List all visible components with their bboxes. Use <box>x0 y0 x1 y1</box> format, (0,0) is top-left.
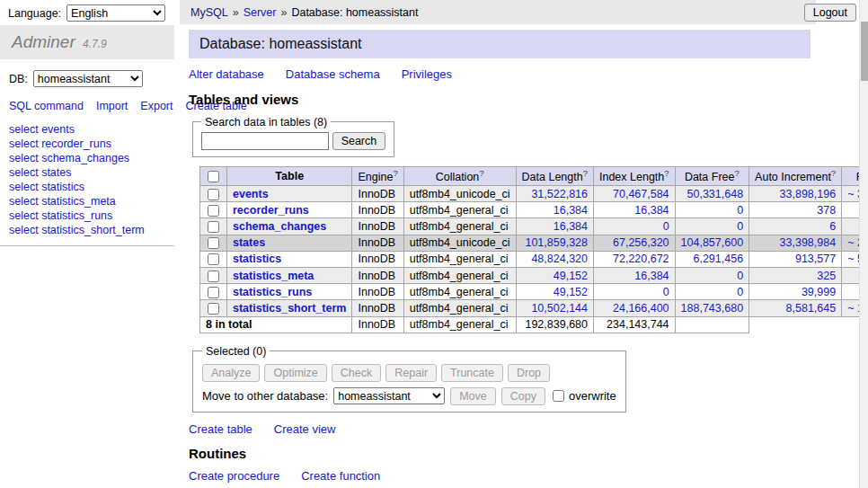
repair-button[interactable]: Repair <box>385 364 437 382</box>
data-free-cell-link[interactable]: 0 <box>737 270 743 282</box>
data-free-cell-link[interactable]: 6,291,456 <box>693 253 743 265</box>
select-all-checkbox[interactable] <box>208 171 219 182</box>
auto-increment-cell-link[interactable]: 33,898,196 <box>780 188 837 200</box>
table-name-link[interactable]: statistics_meta <box>233 270 314 282</box>
data-length-cell-link[interactable]: 101,859,328 <box>525 236 588 249</box>
index-length-cell-link[interactable]: 16,384 <box>634 204 669 217</box>
language-select[interactable]: English <box>66 4 165 22</box>
data-length-cell-link[interactable]: 16,384 <box>554 204 588 217</box>
auto-increment-cell-link[interactable]: 6 <box>829 220 836 233</box>
db-action-link[interactable]: Privileges <box>402 67 452 81</box>
create-link[interactable]: Create table <box>189 422 252 436</box>
create-link[interactable]: Create view <box>274 422 336 436</box>
auto-increment-cell-link[interactable]: 913,577 <box>795 253 836 265</box>
auto-increment-cell-link[interactable]: 325 <box>817 270 836 282</box>
auto-increment-cell-link[interactable]: 33,398,984 <box>780 236 837 249</box>
overwrite-checkbox[interactable] <box>553 390 564 402</box>
auto-increment-cell-link[interactable]: 39,999 <box>802 286 836 298</box>
index-length-cell-link[interactable]: 24,166,400 <box>613 302 669 315</box>
move-db-select[interactable]: homeassistant <box>333 387 445 404</box>
index-length-cell-link[interactable]: 70,467,584 <box>613 188 669 200</box>
column-help-link[interactable]: ? <box>734 168 739 178</box>
data-free-cell-link[interactable]: 50,331,648 <box>687 188 744 200</box>
search-button[interactable]: Search <box>332 132 386 150</box>
data-length-cell-link[interactable]: 31,522,816 <box>531 188 588 200</box>
data-free-cell-link[interactable]: 104,857,600 <box>681 236 744 249</box>
data-length-cell-link[interactable]: 16,384 <box>554 220 588 233</box>
index-length-cell-link[interactable]: 16,384 <box>634 270 669 282</box>
sidebar-table-link[interactable]: select schema_changes <box>9 151 165 165</box>
db-select[interactable]: homeassistant <box>33 70 143 87</box>
index-length-cell-link[interactable]: 0 <box>663 220 669 233</box>
routine-link[interactable]: Create function <box>301 469 380 483</box>
sidebar-table-link[interactable]: select statistics_short_term <box>9 223 165 237</box>
db-action-link[interactable]: Alter database <box>189 67 264 81</box>
row-checkbox[interactable] <box>208 271 219 282</box>
data-free-cell-link[interactable]: 0 <box>737 204 743 217</box>
column-help-link[interactable]: ? <box>479 168 483 178</box>
table-name-link[interactable]: recorder_runs <box>233 204 309 217</box>
optimize-button[interactable]: Optimize <box>264 364 326 382</box>
routine-link[interactable]: Create procedure <box>189 469 279 483</box>
sidebar-action-link[interactable]: SQL command <box>9 100 84 112</box>
table-row: statistics_short_termInnoDButf8mb4_gener… <box>200 300 868 316</box>
sidebar-action-link[interactable]: Export <box>140 100 173 112</box>
table-name-link[interactable]: states <box>233 236 265 249</box>
breadcrumb-link[interactable]: Server <box>244 6 277 19</box>
data-free-cell-link[interactable]: 188,743,680 <box>681 302 744 315</box>
row-checkbox[interactable] <box>208 189 219 200</box>
search-input[interactable] <box>201 132 329 150</box>
scrollbar-thumb[interactable] <box>861 22 868 81</box>
data-length-cell-link[interactable]: 48,824,320 <box>531 253 588 265</box>
data-length-cell-link[interactable]: 49,152 <box>554 270 588 282</box>
breadcrumb-link[interactable]: MySQL <box>190 6 228 19</box>
table-name-link[interactable]: events <box>233 188 269 200</box>
data-free-cell-link[interactable]: 0 <box>737 220 743 233</box>
drop-button[interactable]: Drop <box>508 364 550 382</box>
row-select-cell <box>200 251 227 267</box>
index-length-cell-link[interactable]: 67,256,320 <box>613 236 669 249</box>
column-help-link[interactable]: ? <box>393 168 397 178</box>
column-help-link[interactable]: ? <box>831 168 836 178</box>
check-button[interactable]: Check <box>332 364 381 382</box>
column-help-link[interactable]: ? <box>583 168 588 178</box>
sidebar-table-link[interactable]: select statistics <box>9 180 165 194</box>
column-help-link[interactable]: ? <box>664 168 669 178</box>
auto-increment-cell: 378 <box>749 202 842 218</box>
row-checkbox[interactable] <box>208 237 219 249</box>
row-checkbox[interactable] <box>208 221 219 233</box>
collation-cell: utf8mb4_general_ci <box>403 218 516 235</box>
db-action-link[interactable]: Database schema <box>286 67 380 81</box>
table-name-link[interactable]: statistics <box>233 253 281 265</box>
table-name-link[interactable]: statistics_runs <box>233 286 312 298</box>
scrollbar[interactable] <box>859 0 868 488</box>
data-length-cell-link[interactable]: 10,502,144 <box>531 302 588 315</box>
sidebar-table-link[interactable]: select statistics_meta <box>9 194 165 209</box>
row-checkbox[interactable] <box>208 253 219 265</box>
sidebar-table-link[interactable]: select statistics_runs <box>9 209 165 223</box>
sidebar-action-link[interactable]: Import <box>96 100 128 112</box>
move-button[interactable]: Move <box>450 387 496 405</box>
row-checkbox[interactable] <box>208 303 219 315</box>
sidebar-table-links: select eventsselect recorder_runsselect … <box>0 119 174 246</box>
data-free-cell-link[interactable]: 0 <box>737 286 743 298</box>
table-name-link[interactable]: statistics_short_term <box>233 302 346 315</box>
sidebar-table-link[interactable]: select events <box>9 122 165 137</box>
data-length-cell-link[interactable]: 49,152 <box>554 286 588 298</box>
index-length-cell-link[interactable]: 0 <box>663 286 669 298</box>
sidebar-table-link[interactable]: select recorder_runs <box>9 137 165 151</box>
table-name-link[interactable]: schema_changes <box>233 220 326 233</box>
row-checkbox[interactable] <box>208 287 219 298</box>
table-name-cell: recorder_runs <box>227 202 352 218</box>
auto-increment-cell-link[interactable]: 378 <box>817 204 836 217</box>
copy-button[interactable]: Copy <box>501 387 545 405</box>
logout-button[interactable]: Logout <box>804 4 856 22</box>
analyze-button[interactable]: Analyze <box>202 364 260 382</box>
sidebar-table-link[interactable]: select states <box>9 165 165 180</box>
index-length-cell-link[interactable]: 72,220,672 <box>613 253 669 265</box>
row-checkbox[interactable] <box>208 205 219 217</box>
auto-increment-cell-link[interactable]: 8,581,645 <box>786 302 837 315</box>
truncate-button[interactable]: Truncate <box>441 364 503 382</box>
column-header-data-length: Data Length? <box>516 166 593 185</box>
breadcrumb-separator: » <box>233 6 239 19</box>
